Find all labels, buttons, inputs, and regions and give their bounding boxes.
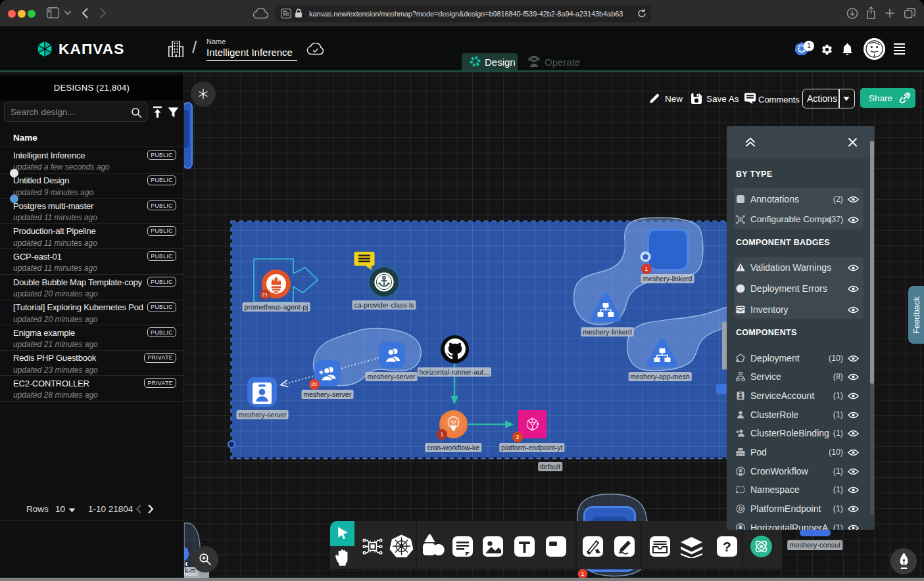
svg-text:?: ? <box>723 539 731 554</box>
